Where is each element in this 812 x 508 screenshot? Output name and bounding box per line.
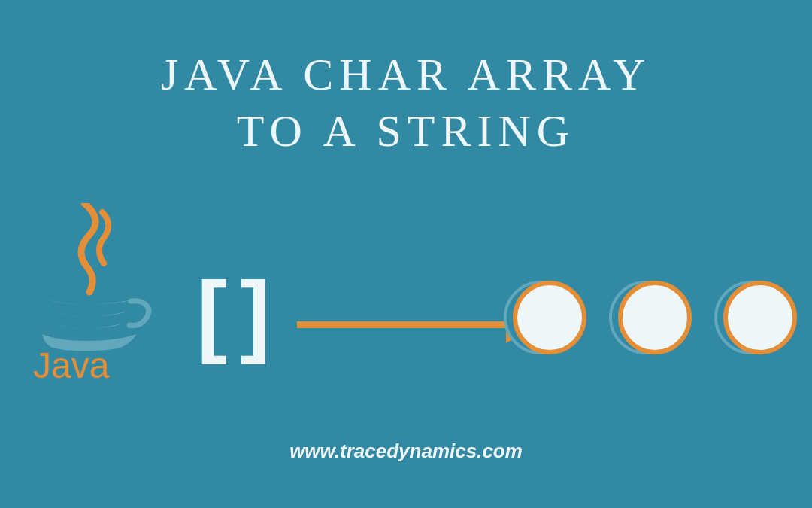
string-circles bbox=[513, 281, 798, 356]
arrow-icon bbox=[297, 310, 538, 340]
java-logo: Java bbox=[26, 203, 161, 384]
circle-1 bbox=[513, 281, 588, 356]
title-line-1: JAVA CHAR ARRAY bbox=[161, 50, 651, 99]
website-url: www.tracedynamics.com bbox=[0, 440, 812, 463]
arrow-line bbox=[297, 321, 508, 328]
title-line-2: TO A STRING bbox=[237, 106, 575, 156]
circle-main bbox=[618, 281, 692, 354]
array-brackets: [ ] bbox=[197, 262, 264, 366]
circle-main bbox=[723, 281, 797, 354]
circle-main bbox=[513, 281, 586, 354]
circle-3 bbox=[723, 281, 798, 356]
page-title: JAVA CHAR ARRAY TO A STRING bbox=[0, 47, 812, 160]
java-logo-text: Java bbox=[33, 345, 110, 384]
circle-2 bbox=[618, 281, 693, 356]
